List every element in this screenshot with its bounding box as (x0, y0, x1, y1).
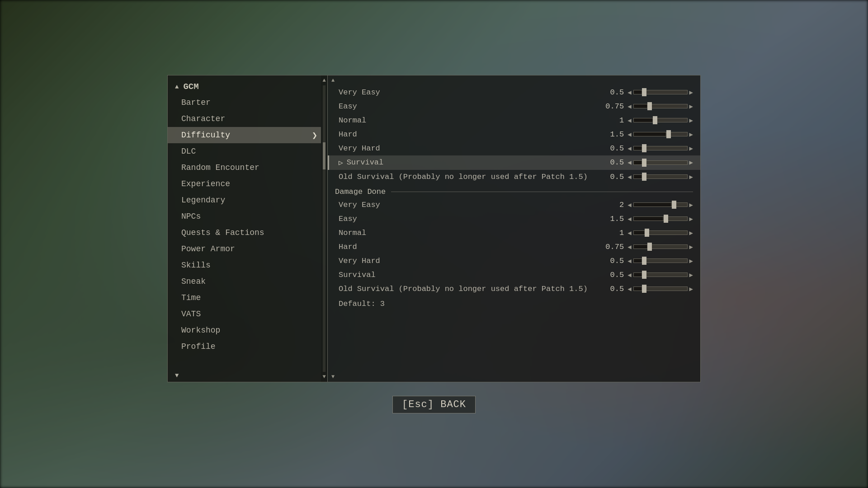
slider-thumb[interactable] (642, 173, 646, 181)
slider-track[interactable] (633, 272, 688, 277)
slider-track[interactable] (633, 230, 688, 235)
slider[interactable]: ◀▶ (627, 159, 693, 166)
slider[interactable]: ◀▶ (627, 117, 693, 124)
back-button[interactable]: [Esc] BACK (392, 396, 476, 413)
slider-right-arrow-icon[interactable]: ▶ (689, 257, 693, 265)
sidebar-item-profile[interactable]: Profile (168, 338, 321, 355)
slider-right-arrow-icon[interactable]: ▶ (689, 173, 693, 181)
slider[interactable]: ◀▶ (627, 285, 693, 293)
setting-row-easy2[interactable]: Easy1.5◀▶ (328, 212, 700, 226)
slider-track[interactable] (633, 160, 688, 165)
sidebar-item-legendary[interactable]: Legendary (168, 192, 321, 208)
slider-thumb[interactable] (672, 201, 676, 209)
slider-thumb[interactable] (664, 215, 668, 223)
slider[interactable]: ◀▶ (627, 173, 693, 181)
slider-left-arrow-icon[interactable]: ◀ (627, 201, 631, 209)
sidebar-item-random-encounter[interactable]: Random Encounter (168, 160, 321, 176)
sidebar-item-workshop[interactable]: Workshop (168, 322, 321, 338)
slider-left-arrow-icon[interactable]: ◀ (627, 271, 631, 279)
setting-row-survival2[interactable]: Survival0.5◀▶ (328, 268, 700, 282)
sidebar-item-power-armor[interactable]: Power Armor (168, 241, 321, 257)
right-panel-down-arrow[interactable]: ▼ (328, 372, 700, 382)
slider[interactable]: ◀▶ (627, 103, 693, 110)
scroll-down-arrow[interactable]: ▼ (322, 374, 326, 380)
slider-right-arrow-icon[interactable]: ▶ (689, 131, 693, 138)
slider-left-arrow-icon[interactable]: ◀ (627, 89, 631, 96)
scroll-thumb[interactable] (323, 142, 326, 169)
setting-row-vh1[interactable]: Very Hard0.5◀▶ (328, 141, 700, 155)
slider-right-arrow-icon[interactable]: ▶ (689, 145, 693, 152)
sidebar-item-experience[interactable]: Experience (168, 176, 321, 192)
slider[interactable]: ◀▶ (627, 89, 693, 96)
slider[interactable]: ◀▶ (627, 271, 693, 279)
scroll-up-arrow[interactable]: ▲ (322, 77, 326, 84)
sidebar-item-sneak[interactable]: Sneak (168, 273, 321, 290)
sidebar-item-dlc[interactable]: DLC (168, 143, 321, 160)
slider-thumb[interactable] (666, 130, 671, 138)
slider[interactable]: ◀▶ (627, 243, 693, 251)
slider-track[interactable] (633, 244, 688, 249)
slider-track[interactable] (633, 90, 688, 94)
slider-right-arrow-icon[interactable]: ▶ (689, 215, 693, 223)
slider-track[interactable] (633, 132, 688, 136)
sidebar-item-time[interactable]: Time (168, 290, 321, 306)
slider-left-arrow-icon[interactable]: ◀ (627, 173, 631, 181)
setting-row-ve2[interactable]: Very Easy2◀▶ (328, 198, 700, 212)
setting-row-easy1[interactable]: Easy0.75◀▶ (328, 99, 700, 113)
slider-track[interactable] (633, 286, 688, 291)
collapse-button[interactable]: ▲ GCM (168, 79, 321, 94)
slider-right-arrow-icon[interactable]: ▶ (689, 229, 693, 237)
slider-thumb[interactable] (642, 271, 646, 279)
slider-track[interactable] (633, 258, 688, 263)
sidebar-item-difficulty[interactable]: Difficulty❯ (168, 127, 321, 143)
sidebar-item-vats[interactable]: VATS (168, 306, 321, 322)
slider-left-arrow-icon[interactable]: ◀ (627, 117, 631, 124)
setting-row-survival1[interactable]: ▷Survival0.5◀▶ (328, 155, 700, 170)
slider-right-arrow-icon[interactable]: ▶ (689, 285, 693, 293)
setting-row-hard1[interactable]: Hard1.5◀▶ (328, 127, 700, 141)
slider-left-arrow-icon[interactable]: ◀ (627, 159, 631, 166)
setting-row-normal2[interactable]: Normal1◀▶ (328, 226, 700, 240)
slider-thumb[interactable] (642, 159, 646, 167)
slider-left-arrow-icon[interactable]: ◀ (627, 285, 631, 293)
slider[interactable]: ◀▶ (627, 215, 693, 223)
slider-left-arrow-icon[interactable]: ◀ (627, 215, 631, 223)
slider[interactable]: ◀▶ (627, 229, 693, 237)
slider[interactable]: ◀▶ (627, 201, 693, 209)
setting-row-hard2[interactable]: Hard0.75◀▶ (328, 240, 700, 254)
setting-row-oldsurvival1[interactable]: Old Survival (Probably no longer used af… (328, 170, 700, 184)
slider-right-arrow-icon[interactable]: ▶ (689, 243, 693, 251)
slider-track[interactable] (633, 202, 688, 207)
slider[interactable]: ◀▶ (627, 131, 693, 138)
slider-right-arrow-icon[interactable]: ▶ (689, 103, 693, 110)
slider[interactable]: ◀▶ (627, 145, 693, 152)
slider-track[interactable] (633, 216, 688, 221)
slider-thumb[interactable] (642, 144, 646, 152)
setting-row-ve1[interactable]: Very Easy0.5◀▶ (328, 85, 700, 99)
slider-thumb[interactable] (647, 243, 652, 251)
slider-left-arrow-icon[interactable]: ◀ (627, 229, 631, 237)
slider-thumb[interactable] (653, 116, 657, 124)
sidebar-item-skills[interactable]: Skills (168, 257, 321, 273)
slider-left-arrow-icon[interactable]: ◀ (627, 243, 631, 251)
setting-row-normal1[interactable]: Normal1◀▶ (328, 113, 700, 127)
slider-right-arrow-icon[interactable]: ▶ (689, 201, 693, 209)
expand-button[interactable]: ▼ (175, 372, 179, 379)
slider-track[interactable] (633, 104, 688, 108)
slider[interactable]: ◀▶ (627, 257, 693, 265)
right-panel-up-arrow[interactable]: ▲ (328, 75, 700, 85)
slider-track[interactable] (633, 146, 688, 150)
slider-left-arrow-icon[interactable]: ◀ (627, 131, 631, 138)
slider-left-arrow-icon[interactable]: ◀ (627, 257, 631, 265)
sidebar-item-barter[interactable]: Barter (168, 94, 321, 111)
slider-right-arrow-icon[interactable]: ▶ (689, 89, 693, 96)
slider-thumb[interactable] (642, 285, 646, 293)
slider-left-arrow-icon[interactable]: ◀ (627, 145, 631, 152)
slider-track[interactable] (633, 118, 688, 122)
slider-right-arrow-icon[interactable]: ▶ (689, 271, 693, 279)
slider-track[interactable] (633, 174, 688, 179)
sidebar-item-quests-factions[interactable]: Quests & Factions (168, 225, 321, 241)
setting-row-oldsurvival2[interactable]: Old Survival (Probably no longer used af… (328, 282, 700, 296)
slider-left-arrow-icon[interactable]: ◀ (627, 103, 631, 110)
slider-right-arrow-icon[interactable]: ▶ (689, 117, 693, 124)
